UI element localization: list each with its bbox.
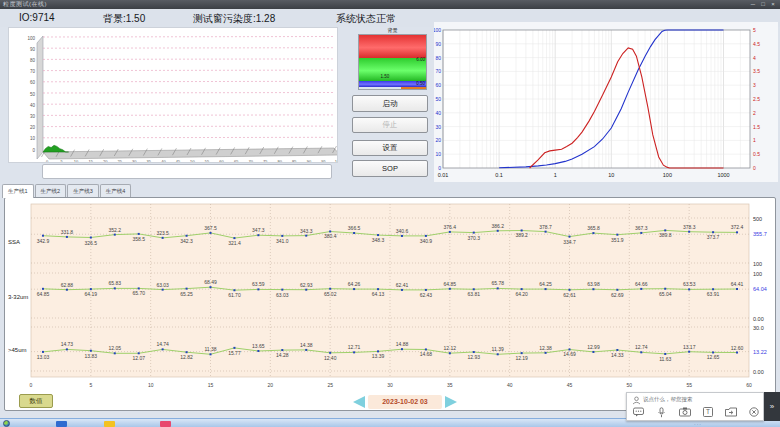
toolbar-expand-handle[interactable]: » (764, 392, 780, 421)
trend-chart: SSA342.9331.8326.5352.2358.5323.5342.336… (5, 198, 774, 392)
svg-text:351.9: 351.9 (611, 237, 624, 243)
comment-icon[interactable] (632, 406, 645, 418)
screenshot-icon[interactable] (678, 406, 691, 418)
system-tray[interactable]: ··· (694, 421, 702, 427)
taskbar-app-pink[interactable] (160, 421, 171, 427)
svg-text:55: 55 (205, 159, 210, 163)
svg-text:100: 100 (27, 36, 35, 41)
gauge-upper-limit: 6.00 (416, 57, 425, 62)
maximize-button[interactable]: □ (758, 0, 768, 9)
svg-text:62.61: 62.61 (563, 292, 576, 298)
share-folder-icon[interactable] (724, 406, 737, 418)
svg-text:62.93: 62.93 (300, 282, 313, 288)
svg-text:63.91: 63.91 (707, 291, 720, 297)
svg-text:5: 5 (89, 382, 92, 388)
svg-text:0: 0 (753, 165, 756, 171)
svg-text:30: 30 (30, 114, 36, 119)
svg-text:64.25: 64.25 (539, 281, 552, 287)
svg-text:62.43: 62.43 (420, 292, 433, 298)
svg-text:90: 90 (307, 159, 312, 163)
svg-text:331.8: 331.8 (61, 229, 74, 235)
svg-text:50: 50 (30, 92, 36, 97)
svg-text:64.04: 64.04 (753, 286, 767, 292)
trend-right-axis-2: 30.00.0013.22 (753, 325, 767, 375)
svg-text:45: 45 (567, 382, 573, 388)
svg-text:1.5: 1.5 (753, 124, 760, 130)
text-input-icon[interactable]: T (701, 406, 714, 418)
svg-text:50: 50 (435, 96, 441, 102)
svg-text:0.1: 0.1 (495, 172, 503, 178)
svg-text:373.7: 373.7 (707, 234, 720, 240)
svg-text:378.3: 378.3 (683, 224, 696, 230)
svg-text:65.83: 65.83 (109, 280, 122, 286)
tab-production-line-3[interactable]: 生产线3 (67, 184, 99, 197)
svg-text:13.39: 13.39 (372, 353, 385, 359)
svg-text:0: 0 (46, 159, 49, 163)
svg-text:62.41: 62.41 (396, 282, 409, 288)
ime-toolbar: 说点什么，帮您搜索 T (626, 392, 764, 421)
gauge-lower-limit: 0.50 (416, 81, 425, 86)
svg-text:63.53: 63.53 (683, 281, 696, 287)
svg-text:0.00: 0.00 (753, 369, 764, 375)
svg-text:64.13: 64.13 (372, 291, 385, 297)
svg-text:12.74: 12.74 (635, 344, 648, 350)
svg-text:326.5: 326.5 (85, 240, 98, 246)
svg-text:70: 70 (435, 68, 441, 74)
svg-text:12.99: 12.99 (587, 344, 600, 350)
svg-text:10: 10 (608, 172, 614, 178)
svg-text:>45um: >45um (8, 347, 27, 353)
svg-text:5: 5 (60, 159, 63, 163)
svg-text:0.00: 0.00 (753, 316, 764, 322)
3d-axes: 0102030405060708090100051015202530354045… (27, 36, 338, 164)
svg-text:30: 30 (132, 159, 137, 163)
svg-text:321.4: 321.4 (228, 240, 241, 246)
close-toolbar-icon[interactable] (747, 406, 760, 418)
taskbar-app-yellow[interactable] (104, 421, 115, 427)
svg-text:65.70: 65.70 (132, 290, 145, 296)
next-date-arrow[interactable] (445, 396, 457, 408)
value-button[interactable]: 数值 (19, 394, 53, 408)
svg-text:14.28: 14.28 (276, 352, 289, 358)
svg-text:10: 10 (74, 159, 79, 163)
start-button-orb[interactable] (3, 420, 10, 427)
svg-text:341.0: 341.0 (276, 238, 289, 244)
window-titlebar: 粒度测试(在线) ─□× (0, 0, 780, 9)
assistant-icon (632, 396, 641, 405)
tab-production-line-1[interactable]: 生产线1 (2, 184, 34, 198)
svg-text:20: 20 (268, 382, 274, 388)
svg-text:65: 65 (234, 159, 239, 163)
previous-date-arrow[interactable] (353, 396, 365, 408)
svg-text:13.65: 13.65 (252, 343, 265, 349)
production-line-tabs: 生产线1 生产线2 生产线3 生产线4 (2, 184, 132, 197)
window-title: 粒度测试(在线) (3, 0, 47, 9)
svg-text:80: 80 (435, 55, 441, 61)
svg-text:15: 15 (208, 382, 214, 388)
svg-text:334.7: 334.7 (563, 239, 576, 245)
svg-text:63.03: 63.03 (276, 292, 289, 298)
svg-text:347.3: 347.3 (252, 227, 265, 233)
minimize-button[interactable]: ─ (748, 0, 758, 9)
svg-text:0: 0 (30, 382, 33, 388)
svg-text:60: 60 (30, 80, 36, 85)
svg-text:14.33: 14.33 (611, 352, 624, 358)
close-button[interactable]: × (768, 0, 778, 9)
start-button[interactable]: 启动 (352, 95, 428, 112)
svg-text:80: 80 (278, 159, 283, 163)
tab-production-line-2[interactable]: 生产线2 (35, 184, 67, 197)
svg-text:366.5: 366.5 (348, 225, 361, 231)
svg-text:100: 100 (434, 27, 441, 33)
svg-text:11.38: 11.38 (204, 346, 216, 352)
svg-text:20: 20 (103, 159, 108, 163)
svg-text:12.19: 12.19 (515, 355, 528, 361)
date-label: 2023-10-02 03 (368, 395, 442, 409)
svg-text:65.25: 65.25 (180, 291, 193, 297)
sop-button[interactable]: SOP (352, 160, 428, 177)
svg-text:352.2: 352.2 (109, 227, 122, 233)
tab-production-line-4[interactable]: 生产线4 (100, 184, 132, 197)
svg-text:25: 25 (118, 159, 123, 163)
stop-button[interactable]: 停止 (352, 117, 428, 133)
svg-text:64.26: 64.26 (348, 281, 361, 287)
taskbar-app-blue[interactable] (56, 421, 67, 427)
microphone-icon[interactable] (655, 406, 668, 418)
settings-button[interactable]: 设置 (352, 140, 428, 156)
